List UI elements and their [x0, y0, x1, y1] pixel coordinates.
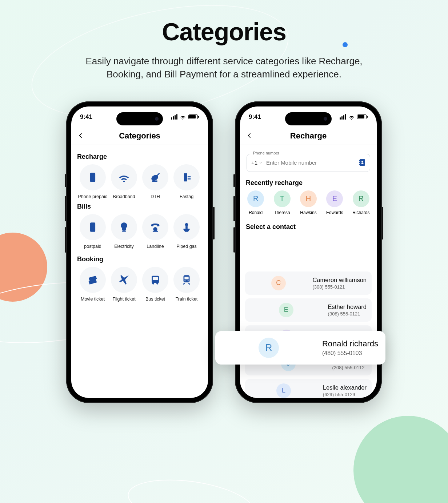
- chevron-left-icon: [77, 132, 84, 139]
- signal-icon: [340, 114, 346, 120]
- section-title-recharge: Recharge: [77, 153, 203, 161]
- svg-rect-11: [185, 226, 188, 229]
- recent-contact[interactable]: EEdwards: [325, 190, 344, 215]
- screen-title: Recharge: [290, 131, 327, 141]
- recent-contact[interactable]: RRichards: [351, 190, 371, 215]
- avatar: E: [326, 190, 343, 207]
- contact-row[interactable]: CCameron williamson(308) 555-0121: [245, 271, 372, 295]
- recent-contact[interactable]: HHawkins: [299, 190, 318, 215]
- recent-name: Richards: [351, 210, 371, 215]
- contact-name: Ronald richards: [322, 339, 378, 349]
- phone-mock-recharge: 9:41 Recharge Phone number: [235, 101, 382, 403]
- cat-piped-gas[interactable]: Piped gas: [172, 214, 201, 249]
- recent-contact[interactable]: TTheresa: [272, 190, 292, 215]
- ticket-icon: [87, 274, 99, 286]
- contact-row[interactable]: EEsther howard(308) 555-0121: [245, 298, 372, 322]
- contact-name: Leslie alexander: [323, 384, 367, 391]
- cat-dth[interactable]: DTH: [140, 164, 170, 199]
- contact-phone: (308) 555-0121: [328, 311, 367, 317]
- deco-circle: [353, 416, 448, 503]
- svg-point-18: [184, 280, 185, 281]
- phone-notch: [116, 112, 163, 125]
- back-button[interactable]: [77, 132, 84, 139]
- input-legend: Phone number: [252, 151, 281, 155]
- contact-phone: (480) 555-0103: [322, 350, 378, 357]
- toll-icon: [180, 171, 193, 184]
- svg-rect-17: [184, 277, 188, 279]
- contacts-icon: [358, 158, 367, 167]
- cat-electricity[interactable]: Electricity: [109, 214, 139, 249]
- cat-movie-ticket[interactable]: Movie ticket: [78, 267, 108, 302]
- section-title-booking: Booking: [77, 255, 203, 263]
- cat-landline[interactable]: Landline: [140, 214, 170, 249]
- svg-rect-9: [153, 231, 158, 232]
- svg-rect-23: [359, 162, 360, 163]
- bulb-icon: [118, 221, 130, 233]
- recent-name: Ronald: [246, 210, 265, 215]
- avatar: H: [300, 190, 317, 207]
- page-subtitle: Easily navigate through different servic…: [73, 55, 375, 81]
- wifi-icon: [180, 114, 186, 120]
- avatar: C: [271, 276, 286, 290]
- contact-name: Cameron williamson: [312, 277, 367, 283]
- deco-ellipse: [125, 472, 257, 503]
- screen-header: Categories: [71, 128, 208, 145]
- svg-point-10: [185, 223, 188, 226]
- chevron-left-icon: [246, 132, 253, 139]
- svg-rect-24: [359, 164, 360, 165]
- cat-train-ticket[interactable]: Train ticket: [172, 267, 201, 302]
- svg-rect-13: [153, 277, 158, 280]
- cat-phone-prepaid[interactable]: Phone prepaid: [78, 164, 108, 199]
- gas-icon: [180, 221, 193, 233]
- svg-rect-2: [152, 180, 157, 182]
- recent-name: Hawkins: [299, 210, 318, 215]
- page-title: Categories: [0, 17, 448, 46]
- phone-icon: [87, 221, 99, 233]
- cat-postpaid[interactable]: postpaid: [78, 214, 108, 249]
- satellite-icon: [149, 171, 161, 184]
- telephone-icon: [149, 221, 161, 233]
- cat-fastag[interactable]: Fastag: [172, 164, 201, 199]
- battery-icon: [188, 114, 198, 119]
- phone-notch: [285, 112, 332, 125]
- back-button[interactable]: [246, 132, 253, 139]
- avatar: R: [247, 190, 264, 207]
- recent-contact[interactable]: RRonald: [246, 190, 265, 215]
- open-contacts-button[interactable]: [358, 158, 367, 167]
- status-time: 9:41: [80, 113, 92, 121]
- svg-point-19: [188, 280, 189, 281]
- contact-phone: (629) 555-0129: [323, 392, 367, 397]
- signal-icon: [171, 114, 177, 120]
- screen-header: Recharge: [240, 128, 377, 145]
- svg-rect-5: [188, 178, 191, 180]
- cat-flight-ticket[interactable]: Flight ticket: [109, 267, 139, 302]
- screen-title: Categories: [119, 131, 160, 141]
- svg-rect-3: [184, 173, 187, 181]
- selected-contact-card[interactable]: R Ronald richards (480) 555-0103: [215, 331, 385, 365]
- phone-number-input[interactable]: [266, 160, 354, 166]
- phone-icon: [87, 171, 99, 184]
- wifi-icon: [118, 171, 130, 184]
- svg-rect-7: [123, 230, 126, 231]
- avatar: R: [353, 190, 369, 207]
- section-title-select-contact: Select a contact: [246, 223, 372, 231]
- svg-point-21: [361, 161, 363, 162]
- svg-point-14: [152, 282, 154, 284]
- avatar: R: [259, 338, 279, 358]
- svg-rect-6: [90, 222, 95, 232]
- contact-row[interactable]: LLeslie alexander(629) 555-0129: [245, 379, 372, 398]
- cat-broadband[interactable]: Broadband: [109, 164, 139, 199]
- avatar: T: [274, 190, 291, 207]
- country-code-select[interactable]: +1: [251, 160, 263, 166]
- svg-rect-0: [90, 173, 95, 182]
- battery-icon: [357, 114, 367, 119]
- bus-icon: [149, 274, 161, 286]
- cat-bus-ticket[interactable]: Bus ticket: [140, 267, 170, 302]
- svg-point-15: [156, 282, 158, 284]
- wifi-icon: [348, 114, 355, 120]
- contact-phone: (208) 555-0112: [332, 365, 367, 370]
- chevron-down-icon: [259, 161, 263, 165]
- phone-input-group: Phone number +1: [247, 154, 370, 172]
- avatar: E: [279, 303, 293, 317]
- svg-point-8: [153, 227, 157, 231]
